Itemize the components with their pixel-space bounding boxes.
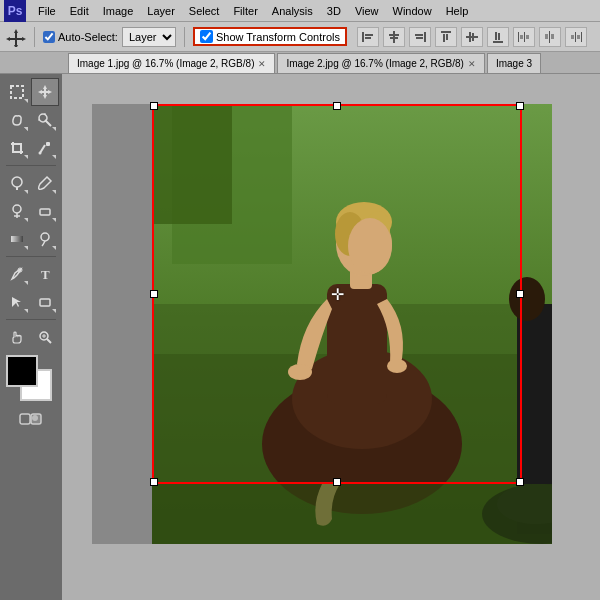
tab-image2-close[interactable]: ✕ [468, 59, 476, 69]
tool-row-6 [3, 225, 59, 253]
magic-wand-tool[interactable] [31, 106, 59, 134]
crop-tool[interactable] [3, 134, 31, 162]
main-area: T [0, 74, 600, 600]
menu-select[interactable]: Select [183, 3, 226, 19]
svg-text:T: T [41, 267, 50, 282]
tool-row-4 [3, 169, 59, 197]
tool-row-2 [3, 106, 59, 134]
menu-bar: Ps File Edit Image Layer Select Filter A… [0, 0, 600, 22]
quick-mask-button[interactable] [17, 411, 45, 439]
canvas-area[interactable]: ✛ [62, 74, 600, 600]
show-transform-controls-group[interactable]: Show Transform Controls [193, 27, 347, 46]
photo-canvas [92, 104, 552, 544]
marquee-tool[interactable] [3, 78, 31, 106]
tab-image2[interactable]: Image 2.jpg @ 16.7% (Image 2, RGB/8) ✕ [277, 53, 484, 73]
tab-image3[interactable]: Image 3 [487, 53, 541, 73]
svg-point-38 [39, 152, 42, 155]
svg-rect-15 [472, 33, 474, 41]
align-bottom[interactable] [487, 27, 509, 47]
svg-rect-7 [424, 32, 426, 42]
shape-tool[interactable] [31, 288, 59, 316]
svg-rect-3 [365, 37, 371, 39]
menu-analysis[interactable]: Analysis [266, 3, 319, 19]
svg-marker-49 [12, 297, 21, 307]
menu-image[interactable]: Image [97, 3, 140, 19]
separator-1 [34, 27, 35, 47]
menu-edit[interactable]: Edit [64, 3, 95, 19]
svg-point-39 [12, 177, 22, 187]
menu-view[interactable]: View [349, 3, 385, 19]
pen-tool[interactable] [3, 260, 31, 288]
auto-select-checkbox-group[interactable]: Auto-Select: [43, 31, 118, 43]
move-tool[interactable] [31, 78, 59, 106]
svg-rect-29 [577, 35, 580, 39]
svg-rect-14 [469, 32, 471, 42]
svg-rect-26 [581, 32, 582, 42]
zoom-tool[interactable] [31, 323, 59, 351]
ps-logo: Ps [4, 0, 26, 22]
svg-point-33 [39, 114, 47, 122]
type-tool[interactable]: T [31, 260, 59, 288]
tool-row-3 [3, 134, 59, 162]
tabs-bar: Image 1.jpg @ 16.7% (Image 2, RGB/8) ✕ I… [0, 52, 600, 74]
align-center-h[interactable] [383, 27, 405, 47]
svg-rect-17 [495, 32, 497, 40]
eyedropper-tool[interactable] [31, 134, 59, 162]
svg-point-57 [32, 415, 38, 421]
lasso-tool[interactable] [3, 106, 31, 134]
distribute-center[interactable] [539, 27, 561, 47]
tab-image1[interactable]: Image 1.jpg @ 16.7% (Image 2, RGB/8) ✕ [68, 53, 275, 73]
menu-items: File Edit Image Layer Select Filter Anal… [32, 3, 474, 19]
align-right[interactable] [409, 27, 431, 47]
svg-rect-6 [390, 37, 398, 39]
distribute-right[interactable] [565, 27, 587, 47]
foreground-color-swatch[interactable] [6, 355, 38, 387]
align-top[interactable] [435, 27, 457, 47]
clone-stamp-tool[interactable] [3, 197, 31, 225]
move-tool-icon [6, 27, 26, 47]
svg-rect-9 [416, 37, 423, 39]
tab-image1-label: Image 1.jpg @ 16.7% (Image 2, RGB/8) [77, 58, 254, 69]
svg-rect-24 [545, 34, 548, 39]
eraser-tool[interactable] [31, 197, 59, 225]
menu-window[interactable]: Window [387, 3, 438, 19]
svg-rect-58 [92, 104, 152, 544]
menu-layer[interactable]: Layer [141, 3, 181, 19]
menu-file[interactable]: File [32, 3, 62, 19]
dodge-tool[interactable] [31, 225, 59, 253]
align-left[interactable] [357, 27, 379, 47]
svg-marker-0 [6, 29, 26, 47]
svg-rect-10 [441, 31, 451, 33]
menu-help[interactable]: Help [440, 3, 475, 19]
svg-point-71 [288, 364, 312, 380]
svg-rect-44 [40, 209, 50, 215]
show-transform-checkbox[interactable] [200, 30, 213, 43]
svg-rect-25 [551, 34, 554, 39]
spot-healing-tool[interactable] [3, 169, 31, 197]
auto-select-checkbox[interactable] [43, 31, 55, 43]
toolbox: T [0, 74, 62, 600]
menu-3d[interactable]: 3D [321, 3, 347, 19]
menu-filter[interactable]: Filter [227, 3, 263, 19]
svg-line-52 [47, 339, 51, 343]
align-middle[interactable] [461, 27, 483, 47]
svg-rect-74 [152, 104, 232, 224]
brush-tool[interactable] [31, 169, 59, 197]
tab-image3-label: Image 3 [496, 58, 532, 69]
auto-select-group: Auto-Select: Layer [43, 27, 176, 47]
svg-rect-27 [575, 32, 576, 42]
svg-rect-55 [20, 414, 30, 424]
svg-rect-5 [389, 34, 399, 36]
hand-tool[interactable] [3, 323, 31, 351]
options-bar: Auto-Select: Layer Show Transform Contro… [0, 22, 600, 52]
svg-marker-31 [38, 85, 52, 99]
alignment-buttons [357, 27, 587, 47]
gradient-tool[interactable] [3, 225, 31, 253]
layer-dropdown[interactable]: Layer [122, 27, 176, 47]
tool-row-7: T [3, 260, 59, 288]
canvas-background: ✛ [92, 104, 552, 544]
distribute-left[interactable] [513, 27, 535, 47]
show-transform-label: Show Transform Controls [216, 31, 340, 43]
path-select-tool[interactable] [3, 288, 31, 316]
tab-image1-close[interactable]: ✕ [258, 59, 266, 69]
